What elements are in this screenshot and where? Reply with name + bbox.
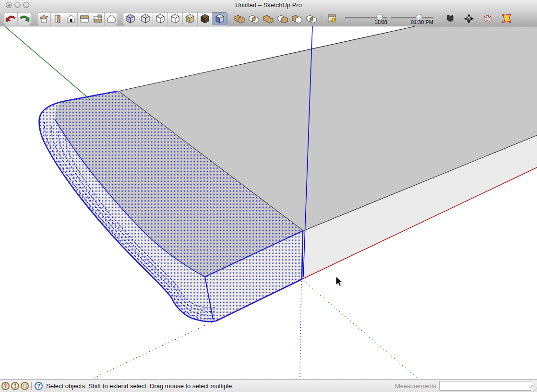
shaded-cube-icon <box>185 14 195 24</box>
open-door-icon <box>52 14 63 24</box>
house-door-button[interactable] <box>64 12 78 25</box>
date-slider-label: 11/08 <box>374 19 387 25</box>
model-scene <box>0 26 537 379</box>
face-style-group <box>123 12 227 25</box>
window-title: Untitled – SketchUp Pro <box>0 1 537 9</box>
hidden-line-button[interactable] <box>168 12 183 25</box>
toolbar-divider <box>322 13 322 24</box>
status-bar: ? Select objects. Shift to extend select… <box>0 379 537 392</box>
undo-icon <box>6 14 16 23</box>
redo-icon <box>19 14 30 23</box>
x-ray-button[interactable] <box>123 12 138 25</box>
shaded-textures-button[interactable] <box>198 12 213 25</box>
measurements-label: Measurements <box>395 382 436 390</box>
toggle-shadows-icon <box>327 14 337 24</box>
cursor-arrow <box>336 277 343 286</box>
compass-button[interactable] <box>462 12 476 25</box>
intersect-icon <box>248 14 260 24</box>
measurements-input[interactable] <box>439 381 532 391</box>
trim-button[interactable] <box>290 12 304 25</box>
back-edges-cube-icon <box>155 14 165 24</box>
shadow-box-button[interactable] <box>443 12 457 25</box>
shadow-time-slider[interactable]: 01:30 PM <box>390 12 434 25</box>
open-door-button[interactable] <box>51 12 64 25</box>
help-icon[interactable]: ? <box>35 382 43 390</box>
display-section-cuts-button[interactable] <box>480 12 495 25</box>
hidden-line-cube-icon <box>170 14 180 24</box>
shadow-date-slider[interactable]: 11/08 <box>344 12 388 25</box>
wireframe-cube-icon <box>141 14 150 24</box>
section-plane-button[interactable] <box>499 12 513 25</box>
display-section-cuts-icon <box>482 14 493 24</box>
union-button[interactable] <box>261 12 275 25</box>
section-plane-icon <box>501 13 512 24</box>
subtract-button[interactable] <box>275 12 290 25</box>
house-door-icon <box>66 14 76 24</box>
union-icon <box>263 14 274 24</box>
shadow-box-icon <box>445 14 455 24</box>
green-axis <box>5 26 89 98</box>
model-viewport[interactable] <box>0 26 537 379</box>
resize-grip[interactable] <box>530 385 537 392</box>
time-slider-label: 01:30 PM <box>411 19 433 25</box>
wall-window-icon <box>93 14 103 24</box>
sketchup-window: Untitled – SketchUp Pro <box>0 0 537 392</box>
statusbar-divider <box>31 382 32 390</box>
redo-button[interactable] <box>18 12 31 25</box>
back-edges-button[interactable] <box>153 12 168 25</box>
wall-panel-icon <box>79 14 90 24</box>
compass-icon <box>464 13 474 24</box>
toolbar: 11/08 01:30 PM <box>0 11 537 26</box>
person-credit-icon[interactable] <box>11 382 19 390</box>
green-axis-negative <box>304 281 418 379</box>
toggle-shadows-button[interactable] <box>325 12 339 25</box>
geolocation-balloon-icon[interactable] <box>1 382 10 390</box>
camera-sections-group <box>443 12 513 25</box>
wall-window-button[interactable] <box>91 12 105 25</box>
solid-tools-group <box>232 12 319 25</box>
title-bar[interactable]: Untitled – SketchUp Pro <box>0 0 537 11</box>
intersect-button[interactable] <box>247 12 261 25</box>
blue-axis-negative <box>300 281 301 379</box>
outer-shell-button[interactable] <box>232 12 247 25</box>
shaded-button[interactable] <box>183 12 198 25</box>
x-ray-cube-icon <box>126 14 135 24</box>
monochrome-button[interactable] <box>213 12 227 25</box>
house-tools-group <box>37 12 118 25</box>
textured-cube-icon <box>200 14 210 24</box>
wireframe-button[interactable] <box>138 12 153 25</box>
history-group <box>4 12 31 25</box>
undo-button[interactable] <box>4 12 18 25</box>
house-outline-button[interactable] <box>105 12 118 25</box>
house-lift-roof-icon <box>39 14 49 24</box>
trim-icon <box>291 14 303 24</box>
split-icon <box>306 14 317 24</box>
status-message: Select objects. Shift to extend select. … <box>46 382 234 390</box>
subtract-icon <box>277 14 288 24</box>
outer-shell-icon <box>234 14 245 24</box>
split-button[interactable] <box>304 12 319 25</box>
house-outline-icon <box>106 14 117 24</box>
monochrome-cube-icon <box>215 14 225 24</box>
window-chrome: Untitled – SketchUp Pro <box>0 0 537 26</box>
wall-panel-button[interactable] <box>78 12 91 25</box>
google-icon[interactable] <box>21 382 29 390</box>
house-lift-roof-button[interactable] <box>37 12 51 25</box>
